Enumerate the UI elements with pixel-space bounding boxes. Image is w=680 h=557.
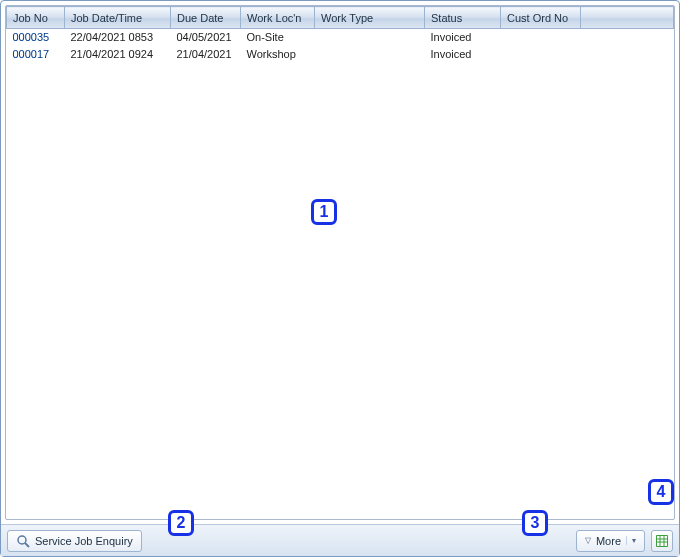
cell-datetime: 21/04/2021 0924: [65, 46, 171, 63]
export-excel-button[interactable]: [651, 530, 673, 552]
svg-point-0: [18, 536, 26, 544]
bottom-toolbar: Service Job Enquiry ▽ More ▾: [1, 524, 679, 556]
cell-due: 04/05/2021: [171, 29, 241, 46]
cell-status: Invoiced: [425, 29, 501, 46]
col-header-jobno[interactable]: Job No: [7, 7, 65, 29]
callout-marker-1: 1: [311, 199, 337, 225]
cell-status: Invoiced: [425, 46, 501, 63]
cell-type: [315, 29, 425, 46]
svg-line-1: [25, 543, 29, 547]
cell-jobno[interactable]: 000035: [7, 29, 65, 46]
col-header-cust[interactable]: Cust Ord No: [501, 7, 581, 29]
more-label: More: [596, 535, 621, 547]
cell-rest: [581, 29, 674, 46]
cell-jobno[interactable]: 000017: [7, 46, 65, 63]
col-header-status[interactable]: Status: [425, 7, 501, 29]
cell-due: 21/04/2021: [171, 46, 241, 63]
callout-marker-2: 2: [168, 510, 194, 536]
magnifier-icon: [16, 534, 30, 548]
dropdown-caret-icon: ▾: [626, 536, 636, 545]
cell-loc: On-Site: [241, 29, 315, 46]
col-header-datetime[interactable]: Job Date/Time: [65, 7, 171, 29]
jobs-window: Job No Job Date/Time Due Date Work Loc'n…: [0, 0, 680, 557]
spreadsheet-icon: [655, 534, 669, 548]
cell-loc: Workshop: [241, 46, 315, 63]
jobs-table: Job No Job Date/Time Due Date Work Loc'n…: [6, 6, 674, 63]
service-job-enquiry-label: Service Job Enquiry: [35, 535, 133, 547]
jobs-header-row: Job No Job Date/Time Due Date Work Loc'n…: [7, 7, 674, 29]
col-header-loc[interactable]: Work Loc'n: [241, 7, 315, 29]
cell-rest: [581, 46, 674, 63]
col-header-due[interactable]: Due Date: [171, 7, 241, 29]
cell-datetime: 22/04/2021 0853: [65, 29, 171, 46]
col-header-rest: [581, 7, 674, 29]
table-row[interactable]: 000035 22/04/2021 0853 04/05/2021 On-Sit…: [7, 29, 674, 46]
col-header-type[interactable]: Work Type: [315, 7, 425, 29]
table-row[interactable]: 000017 21/04/2021 0924 21/04/2021 Worksh…: [7, 46, 674, 63]
cell-type: [315, 46, 425, 63]
chevron-down-icon: ▽: [585, 536, 591, 545]
service-job-enquiry-button[interactable]: Service Job Enquiry: [7, 530, 142, 552]
cell-cust: [501, 29, 581, 46]
jobs-table-area: Job No Job Date/Time Due Date Work Loc'n…: [5, 5, 675, 520]
more-button[interactable]: ▽ More ▾: [576, 530, 645, 552]
svg-rect-3: [657, 536, 667, 546]
callout-marker-4: 4: [648, 479, 674, 505]
callout-marker-3: 3: [522, 510, 548, 536]
cell-cust: [501, 46, 581, 63]
